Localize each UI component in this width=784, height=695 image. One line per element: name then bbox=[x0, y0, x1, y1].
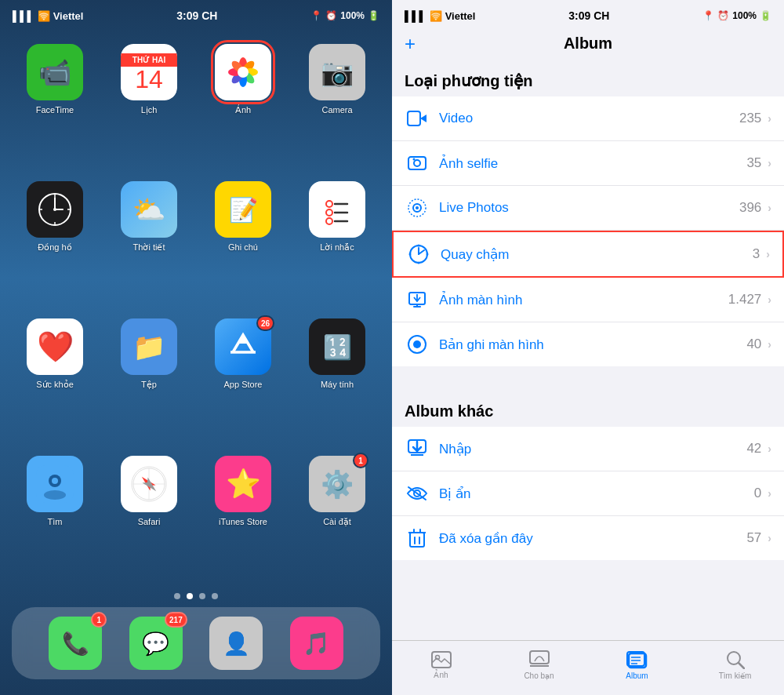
svg-rect-67 bbox=[530, 651, 549, 664]
clock-label: Đồng hồ bbox=[38, 242, 71, 253]
status-bar-right: ▌▌▌ 🛜 Viettel 3:09 CH 📍 ⏰ 100% 🔋 bbox=[392, 0, 784, 28]
import-count: 42 bbox=[746, 441, 761, 457]
tab-album-label: Album bbox=[626, 671, 648, 680]
tab-foryou-icon bbox=[529, 650, 550, 669]
tab-foryou[interactable]: Cho bạn bbox=[490, 647, 588, 682]
wifi-right: 🛜 bbox=[430, 10, 442, 22]
tab-search[interactable]: Tìm kiếm bbox=[686, 647, 784, 682]
album-item-livephotos[interactable]: Live Photos 396 › bbox=[392, 186, 784, 231]
app-files[interactable]: 📁 Tệp bbox=[110, 318, 188, 440]
livephotos-chevron: › bbox=[768, 202, 771, 214]
clock-icon-img bbox=[27, 181, 83, 238]
safari-label: Safari bbox=[138, 517, 161, 526]
itunes-icon-img: ⭐ bbox=[215, 456, 271, 512]
app-settings[interactable]: ⚙️ 1 Cài đặt bbox=[298, 456, 376, 577]
album-item-slowmo[interactable]: Quay chậm 3 › bbox=[392, 231, 784, 278]
svg-point-27 bbox=[52, 478, 58, 484]
svg-marker-36 bbox=[420, 115, 426, 122]
battery-pct-right: 100% bbox=[732, 10, 757, 21]
app-notes[interactable]: 📝 Ghi chú bbox=[204, 181, 282, 303]
app-weather[interactable]: ⛅ Thời tiết bbox=[110, 181, 188, 303]
tab-photos-label: Ảnh bbox=[434, 671, 448, 679]
app-calendar[interactable]: THỨ HAI 14 Lịch bbox=[110, 44, 188, 166]
tab-search-label: Tìm kiếm bbox=[719, 671, 752, 680]
screenrecord-count: 40 bbox=[746, 337, 761, 352]
album-item-selfie[interactable]: Ảnh selfie 35 › bbox=[392, 141, 784, 186]
app-camera[interactable]: 📷 Camera bbox=[298, 44, 376, 166]
import-chevron: › bbox=[768, 442, 771, 455]
add-album-button[interactable]: + bbox=[405, 33, 416, 55]
dot-4 bbox=[212, 593, 218, 599]
app-appstore[interactable]: 26 App Store bbox=[204, 318, 282, 440]
dock-phone[interactable]: 📞 1 bbox=[49, 617, 102, 670]
photos-icon-img bbox=[215, 44, 271, 100]
app-facetime[interactable]: 📹 FaceTime bbox=[16, 44, 94, 166]
selfie-chevron: › bbox=[768, 157, 771, 169]
dock-contacts[interactable]: 👤 bbox=[209, 617, 263, 670]
signal-bars: ▌▌▌ bbox=[13, 10, 34, 22]
livephotos-icon bbox=[405, 195, 430, 220]
import-icon bbox=[405, 436, 430, 461]
album-item-hidden[interactable]: Bị ẩn 0 › bbox=[392, 471, 784, 516]
carrier-right: ▌▌▌ 🛜 Viettel bbox=[405, 10, 475, 22]
media-type-list: Video 235 › Ảnh selfie 35 › bbox=[392, 96, 784, 366]
dock: 📞 1 💬 217 👤 🎵 bbox=[12, 607, 380, 679]
app-reminders[interactable]: Lời nhắc bbox=[298, 181, 376, 303]
app-grid: 📹 FaceTime THỨ HAI 14 Lịch bbox=[0, 28, 392, 585]
location-right: 📍 bbox=[702, 10, 714, 21]
tab-photos[interactable]: Ảnh bbox=[392, 647, 490, 682]
appstore-label: App Store bbox=[224, 380, 263, 389]
svg-rect-37 bbox=[408, 157, 426, 169]
app-photos[interactable]: Ảnh bbox=[204, 44, 282, 166]
notes-icon-img: 📝 bbox=[215, 181, 271, 238]
settings-icon-img: ⚙️ 1 bbox=[309, 456, 365, 512]
app-clock[interactable]: Đồng hồ bbox=[16, 181, 94, 303]
slowmo-count: 3 bbox=[753, 246, 760, 262]
album-item-screenrecord[interactable]: Bản ghi màn hình 40 › bbox=[392, 322, 784, 366]
dock-music[interactable]: 🎵 bbox=[290, 617, 343, 670]
signal-right: ▌▌▌ bbox=[405, 10, 426, 22]
app-find[interactable]: Tìm bbox=[16, 456, 94, 577]
deleted-icon bbox=[405, 526, 430, 551]
app-calculator[interactable]: 🔢 Máy tính bbox=[298, 318, 376, 440]
hidden-chevron: › bbox=[768, 487, 771, 500]
health-icon-img: ❤️ bbox=[27, 318, 83, 375]
phone-badge: 1 bbox=[91, 612, 107, 628]
section-header-media-type: Loại phương tiện bbox=[392, 59, 784, 96]
time-left: 3:09 CH bbox=[176, 9, 217, 22]
svg-point-48 bbox=[409, 253, 412, 256]
svg-rect-59 bbox=[410, 533, 424, 547]
photos-app: ▌▌▌ 🛜 Viettel 3:09 CH 📍 ⏰ 100% 🔋 + Album… bbox=[392, 0, 784, 695]
svg-point-38 bbox=[414, 160, 420, 166]
section-header-other-albums: Album khác bbox=[392, 390, 784, 427]
app-itunes[interactable]: ⭐ iTunes Store bbox=[204, 456, 282, 577]
safari-icon-img bbox=[121, 456, 177, 512]
album-item-import[interactable]: Nhập 42 › bbox=[392, 427, 784, 471]
facetime-icon-img: 📹 bbox=[27, 44, 83, 100]
health-label: Sức khỏe bbox=[36, 380, 74, 390]
app-health[interactable]: ❤️ Sức khỏe bbox=[16, 318, 94, 440]
album-item-screenshot[interactable]: Ảnh màn hình 1.427 › bbox=[392, 278, 784, 322]
livephotos-count: 396 bbox=[739, 200, 761, 216]
livephotos-name: Live Photos bbox=[439, 200, 739, 216]
dock-messages[interactable]: 💬 217 bbox=[129, 617, 183, 670]
screenrecord-icon bbox=[405, 332, 430, 357]
find-label: Tìm bbox=[48, 517, 63, 526]
slowmo-name: Quay chậm bbox=[441, 246, 753, 263]
video-count: 235 bbox=[739, 111, 761, 126]
album-item-video[interactable]: Video 235 › bbox=[392, 96, 784, 141]
video-icon bbox=[405, 106, 430, 131]
status-bar-left: ▌▌▌ 🛜 Viettel 3:09 CH 📍 ⏰ 100% 🔋 bbox=[0, 0, 392, 28]
deleted-count: 57 bbox=[746, 530, 761, 546]
album-item-deleted[interactable]: Đã xóa gần đây 57 › bbox=[392, 516, 784, 560]
svg-point-46 bbox=[418, 245, 420, 247]
svg-point-47 bbox=[426, 253, 429, 256]
settings-label: Cài đặt bbox=[323, 517, 351, 527]
selfie-icon bbox=[405, 151, 430, 176]
battery-info-left: 📍 ⏰ 100% 🔋 bbox=[310, 10, 379, 21]
svg-line-75 bbox=[739, 663, 744, 668]
app-safari[interactable]: Safari bbox=[110, 456, 188, 577]
tab-album[interactable]: Album bbox=[588, 647, 686, 682]
files-icon-img: 📁 bbox=[121, 318, 177, 375]
hidden-icon bbox=[405, 481, 430, 506]
